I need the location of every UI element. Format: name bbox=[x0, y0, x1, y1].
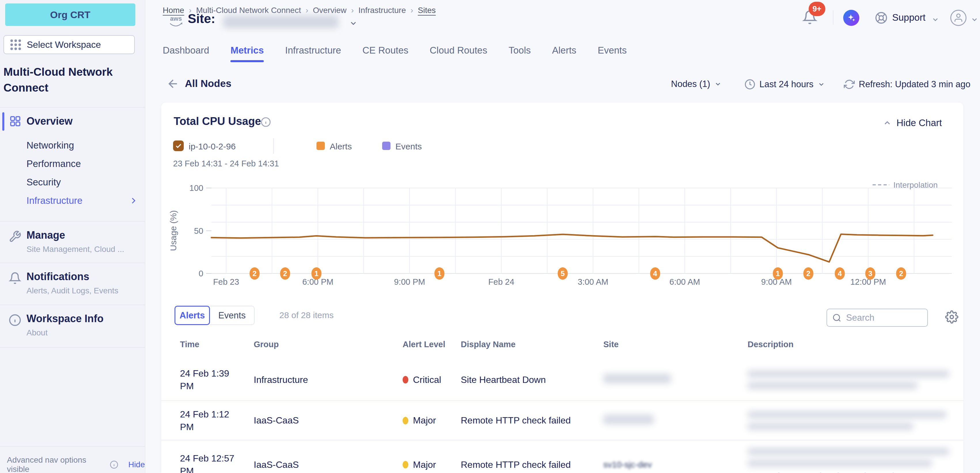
tab-alerts[interactable]: Alerts bbox=[175, 306, 210, 325]
y-tick-label: 0 bbox=[199, 269, 203, 278]
column-header-alert-level[interactable]: Alert Level bbox=[402, 340, 461, 349]
divider bbox=[273, 138, 274, 154]
series-checkbox[interactable] bbox=[173, 140, 184, 151]
svg-text:3: 3 bbox=[868, 270, 872, 278]
search-input[interactable] bbox=[845, 313, 915, 323]
sidebar-item-workspace-info[interactable]: Workspace Info bbox=[27, 313, 103, 325]
column-header-display-name[interactable]: Display Name bbox=[461, 340, 603, 349]
support-lifebuoy-icon[interactable] bbox=[875, 11, 888, 24]
alert-count-badge[interactable]: 2 bbox=[250, 267, 260, 280]
user-avatar[interactable] bbox=[950, 10, 966, 26]
time-range-label: Last 24 hours bbox=[759, 79, 813, 89]
account-chevron-down-icon bbox=[970, 16, 978, 24]
svg-text:5: 5 bbox=[561, 270, 565, 278]
alert-level-label: Major bbox=[413, 459, 436, 470]
chevron-down-icon bbox=[714, 80, 722, 88]
tab-cloud-routes[interactable]: Cloud Routes bbox=[430, 45, 487, 62]
org-button[interactable]: Org CRT bbox=[5, 3, 135, 26]
column-header-site[interactable]: Site bbox=[603, 340, 748, 349]
hide-chart-button[interactable]: Hide Chart bbox=[883, 117, 942, 129]
sidebar-item-performance[interactable]: Performance bbox=[27, 158, 81, 169]
alert-count-badge[interactable]: 1 bbox=[311, 267, 321, 280]
breadcrumb-item[interactable]: Infrastructure bbox=[358, 6, 406, 15]
tab-metrics[interactable]: Metrics bbox=[231, 45, 264, 62]
divider bbox=[0, 305, 145, 305]
tab-ce-routes[interactable]: CE Routes bbox=[362, 45, 408, 62]
cell-display-name: Site Heartbeat Down bbox=[461, 375, 603, 385]
active-nav-indicator bbox=[2, 112, 4, 131]
cell-site-partially-redacted: sv10-sjc-dev bbox=[603, 460, 748, 470]
page-tabs: DashboardMetricsInfrastructureCE RoutesC… bbox=[163, 45, 627, 62]
refresh-button[interactable]: Refresh: Updated 3 min ago bbox=[844, 79, 970, 90]
site-name-redacted bbox=[223, 16, 338, 28]
alert-count-badge[interactable]: 2 bbox=[803, 267, 813, 280]
alert-count-badge[interactable]: 4 bbox=[835, 267, 845, 280]
x-tick-label: 3:00 AM bbox=[578, 277, 608, 286]
gear-icon[interactable] bbox=[945, 310, 958, 324]
search-box bbox=[827, 309, 928, 327]
alert-count-badge[interactable]: 2 bbox=[896, 267, 906, 280]
bell-icon bbox=[9, 272, 21, 284]
alert-count-badge[interactable]: 5 bbox=[558, 267, 568, 280]
alert-level-label: Major bbox=[413, 415, 436, 426]
hide-nav-link[interactable]: Hide bbox=[128, 460, 145, 469]
breadcrumb-item[interactable]: Home bbox=[163, 6, 184, 15]
tab-alerts[interactable]: Alerts bbox=[552, 45, 576, 62]
support-chevron-down-icon bbox=[931, 16, 939, 24]
cpu-usage-line bbox=[212, 234, 933, 262]
column-header-description[interactable]: Description bbox=[748, 340, 963, 349]
column-header-time[interactable]: Time bbox=[180, 340, 254, 349]
table-row[interactable]: 24 Feb 1:39 PM Infrastructure Critical S… bbox=[161, 359, 963, 400]
alert-count-badge[interactable]: 1 bbox=[434, 267, 444, 280]
sidebar-item-security[interactable]: Security bbox=[27, 177, 61, 188]
breadcrumb-item[interactable]: Overview bbox=[313, 6, 347, 15]
all-nodes-label[interactable]: All Nodes bbox=[185, 78, 231, 89]
table-row[interactable]: 24 Feb 1:12 PM IaaS-CaaS Major Remote HT… bbox=[161, 400, 963, 440]
alert-count-badge[interactable]: 3 bbox=[865, 267, 875, 280]
breadcrumb-item[interactable]: Sites bbox=[418, 6, 436, 15]
site-label: Site: bbox=[188, 11, 215, 26]
cell-display-name: Remote HTTP check failed bbox=[461, 415, 603, 426]
info-icon[interactable] bbox=[261, 117, 271, 127]
alert-count-badge[interactable]: 2 bbox=[280, 267, 290, 280]
alert-count-badge[interactable]: 4 bbox=[650, 267, 660, 280]
column-header-group[interactable]: Group bbox=[254, 340, 402, 349]
cell-group: IaaS-CaaS bbox=[254, 415, 402, 426]
cell-group: IaaS-CaaS bbox=[254, 459, 402, 470]
alert-level-label: Critical bbox=[413, 375, 441, 385]
ai-assistant-icon[interactable] bbox=[843, 10, 859, 26]
tab-events[interactable]: Events bbox=[210, 306, 255, 325]
time-range-dropdown[interactable]: Last 24 hours bbox=[745, 79, 825, 90]
svg-text:2: 2 bbox=[253, 270, 256, 278]
breadcrumb-separator: › bbox=[410, 6, 413, 15]
sidebar-item-networking[interactable]: Networking bbox=[27, 140, 74, 151]
sidebar-item-infrastructure[interactable]: Infrastructure bbox=[27, 195, 82, 206]
sidebar-item-manage[interactable]: Manage bbox=[27, 229, 65, 241]
nodes-dropdown[interactable]: Nodes (1) bbox=[671, 79, 722, 89]
tab-events[interactable]: Events bbox=[598, 45, 627, 62]
x-tick-label: 6:00 AM bbox=[670, 277, 700, 286]
alert-count-badge[interactable]: 1 bbox=[773, 267, 783, 280]
chart-title: Total CPU Usage bbox=[173, 115, 261, 127]
interpolation-legend-label: Interpolation bbox=[893, 181, 938, 189]
divider bbox=[0, 347, 145, 348]
major-status-dot bbox=[402, 417, 408, 424]
sidebar-item-overview[interactable]: Overview bbox=[27, 115, 73, 127]
divider bbox=[0, 107, 145, 108]
x-tick-label: 9:00 PM bbox=[394, 277, 425, 286]
clock-icon bbox=[745, 79, 756, 90]
sidebar-item-notifications[interactable]: Notifications bbox=[27, 271, 89, 283]
back-arrow-icon[interactable] bbox=[167, 77, 180, 90]
svg-text:2: 2 bbox=[283, 270, 287, 278]
advanced-nav-footer: Advanced nav options visible Hide bbox=[7, 456, 145, 473]
select-workspace-button[interactable]: Select Workspace bbox=[3, 35, 135, 54]
table-row[interactable]: 24 Feb 12:57 PM IaaS-CaaS Major Remote H… bbox=[161, 440, 963, 473]
tab-dashboard[interactable]: Dashboard bbox=[163, 45, 209, 62]
series-legend-label: ip-10-0-2-96 bbox=[189, 142, 235, 151]
support-menu[interactable]: Support bbox=[892, 12, 926, 23]
tab-tools[interactable]: Tools bbox=[509, 45, 531, 62]
description-visible-line: returned status code 0 (expecting 200). bbox=[748, 471, 952, 473]
site-chevron-down-icon[interactable] bbox=[349, 19, 358, 28]
chevron-right-icon bbox=[129, 196, 138, 205]
tab-infrastructure[interactable]: Infrastructure bbox=[285, 45, 341, 62]
